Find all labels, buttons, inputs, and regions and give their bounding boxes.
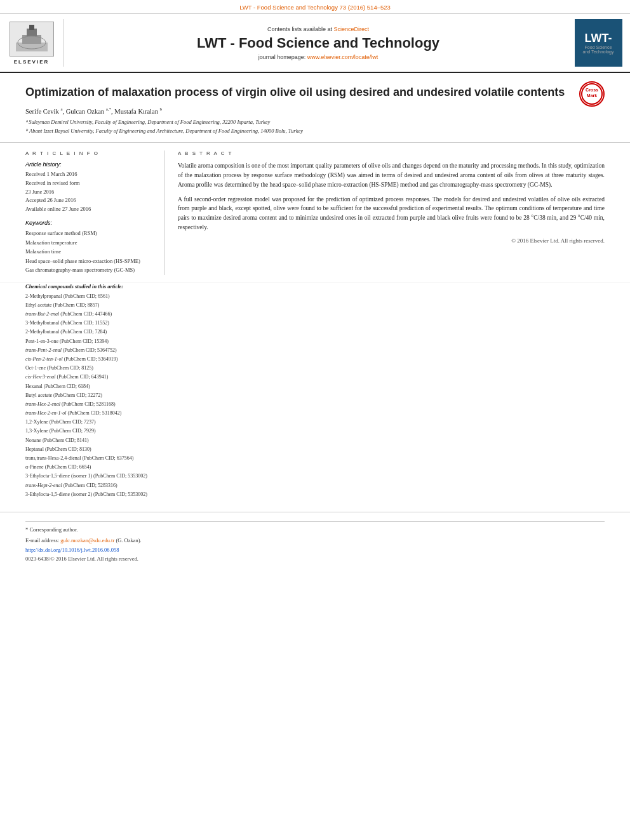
article-info-heading: A R T I C L E I N F O [25,150,156,156]
chemical-compound-17: Heptanal (PubChem CID; 8130) [25,445,605,453]
chemical-compound-22: 3-Ethylocta-1,5-diene (isomer 2) (PubChe… [25,490,605,498]
chemical-compound-19: α-Pinene (PubChem CID; 6654) [25,463,605,471]
chemical-compound-20: 3-Ethylocta-1,5-diene (isomer 1) (PubChe… [25,472,605,480]
homepage-text: journal homepage: [258,54,307,60]
chemical-compound-1: Ethyl acetate (PubChem CID; 8857) [25,301,605,309]
sup-b: b [160,107,163,112]
chemical-compound-18: trans,trans-Hexa-2,4-dienal (PubChem CID… [25,454,605,462]
keyword-1: Response surface method (RSM) [25,229,156,237]
homepage-link[interactable]: www.elsevier.com/locate/lwt [307,54,379,60]
elsevier-tree-icon [10,22,54,57]
received-date: Received 1 March 2016 [25,170,156,179]
keywords-heading: Keywords: [25,220,156,226]
chemical-compound-0: 2-Methylpropanal (PubChem CID; 6561) [25,292,605,300]
article-title-section: Optimization of malaxation process of vi… [0,73,630,143]
elsevier-label: ELSEVIER [14,59,50,65]
email-link[interactable]: gulc.mozkan@sdu.edu.tr [60,537,114,543]
journal-header: ELSEVIER Contents lists available at Sci… [0,14,630,73]
science-direct-link[interactable]: ScienceDirect [334,26,370,32]
chemicals-section: Chemical compounds studied in this artic… [0,283,630,505]
keyword-2: Malaxation temperature [25,238,156,247]
copyright-line: © 2016 Elsevier Ltd. All rights reserved… [178,237,605,244]
footer-divider [25,521,605,522]
affiliations: ᵃ Suleyman Demirel University, Faculty o… [25,119,605,135]
article-history: Article history: Received 1 March 2016 R… [25,161,156,213]
corresponding-author-note: * Corresponding author. [25,526,605,534]
doi-line: http://dx.doi.org/10.1016/j.lwt.2016.06.… [25,547,605,553]
chemical-compound-11: Butyl acetate (PubChem CID; 32272) [25,391,605,399]
chemical-compound-10: Hexanal (PubChem CID; 6184) [25,382,605,390]
chemical-compound-9: cis-Hex-3-enal (PubChem CID; 643941) [25,373,605,381]
abstract-paragraph-1: Volatile aroma composition is one of the… [178,161,605,189]
chemical-compound-13: trans-Hex-2-en-1-ol (PubChem CID; 531804… [25,409,605,417]
crossmark-badge: Cross Mark [579,81,605,107]
received-revised-date: 23 June 2016 [25,188,156,197]
chemical-compound-8: Oct-1-ene (PubChem CID; 8125) [25,364,605,372]
issn-line: 0023-6438/© 2016 Elsevier Ltd. All right… [25,556,605,562]
keyword-3: Malaxation time [25,247,156,256]
doi-link[interactable]: http://dx.doi.org/10.1016/j.lwt.2016.06.… [25,547,119,553]
lwt-logo-box: LWT- Food Scienceand Technology [575,19,622,67]
svg-rect-0 [16,43,48,51]
affiliation-a: ᵃ Suleyman Demirel University, Faculty o… [25,119,605,126]
chemical-compound-16: Nonane (PubChem CID; 8141) [25,436,605,444]
lwt-logo-text: LWT- [585,32,612,45]
chemical-compound-14: 1,2-Xylene (PubChem CID; 7237) [25,418,605,426]
chemicals-list: 2-Methylpropanal (PubChem CID; 6561)Ethy… [25,292,605,499]
author-sep1: , Gulcan Ozkan [63,108,106,115]
svg-text:Cross: Cross [586,88,598,92]
crossmark-circle: Cross Mark [579,81,605,107]
chemical-compound-21: trans-Hept-2-enal (PubChem CID; 5283316) [25,481,605,490]
corresponding-label: * Corresponding author. [25,526,77,533]
svg-text:Mark: Mark [587,93,597,98]
two-col-section: A R T I C L E I N F O Article history: R… [0,143,630,283]
abstract-heading: A B S T R A C T [178,150,605,156]
chemical-compound-12: trans-Hex-2-enal (PubChem CID; 5281168) [25,400,605,408]
author-sep2: , Mustafa Kıralan [111,108,159,115]
abstract-paragraph-2: A full second-order regression model was… [178,195,605,232]
abstract-column: A B S T R A C T Volatile aroma compositi… [178,150,605,274]
footer-section: * Corresponding author. E-mail address: … [0,512,630,568]
contents-available-text: Contents lists available at [267,26,334,32]
authors-line: Serife Cevik a, Gulcan Ozkan a,*, Mustaf… [25,107,605,115]
journal-title: LWT - Food Science and Technology [197,35,439,51]
chemical-compound-5: Pent-1-en-3-one (PubChem CID; 15394) [25,337,605,345]
chemical-compound-2: trans-But-2-enal (PubChem CID; 447466) [25,310,605,318]
email-note: E-mail address: gulc.mozkan@sdu.edu.tr (… [25,537,605,545]
journal-center: Contents lists available at ScienceDirec… [70,19,566,67]
abstract-section: Volatile aroma composition is one of the… [178,161,605,243]
affiliation-b: ᵇ Abant Izzet Baysal University, Faculty… [25,128,605,135]
chemical-compound-6: trans-Pent-2-enal (PubChem CID; 5364752) [25,346,605,354]
received-revised-label: Received in revised form [25,179,156,188]
chemicals-heading: Chemical compounds studied in this artic… [25,283,605,290]
email-suffix: (G. Ozkan). [116,537,141,543]
chemical-compound-3: 3-Methylbutanal (PubChem CID; 11552) [25,319,605,327]
svg-rect-3 [29,25,34,30]
email-label: E-mail address: [25,537,60,543]
author-serife: Serife Cevik [25,108,60,115]
journal-logo-right: LWT- Food Scienceand Technology [573,19,624,67]
available-date: Available online 27 June 2016 [25,205,156,214]
keywords-section: Keywords: Response surface method (RSM) … [25,220,156,274]
article-title: Optimization of malaxation process of vi… [25,84,573,100]
keyword-5: Gas chromatography-mass spectrometry (GC… [25,265,156,274]
science-direct-line: Contents lists available at ScienceDirec… [267,26,369,32]
accepted-date: Accepted 26 June 2016 [25,196,156,205]
article-info-column: A R T I C L E I N F O Article history: R… [25,150,165,274]
history-heading: Article history: [25,161,156,168]
chemical-compound-15: 1,3-Xylene (PubChem CID; 7929) [25,427,605,435]
top-banner: LWT - Food Science and Technology 73 (20… [0,0,630,14]
chemical-compound-4: 2-Methylbutanal (PubChem CID; 7284) [25,328,605,336]
lwt-logo-subtitle: Food Scienceand Technology [582,45,615,54]
journal-ref-link[interactable]: LWT - Food Science and Technology 73 (20… [239,4,391,11]
elsevier-logo: ELSEVIER [6,19,64,67]
chemical-compound-7: cis-Pen-2-ten-1-ol (PubChem CID; 5364919… [25,355,605,363]
keyword-4: Head space–solid phase micro-extaction (… [25,257,156,265]
journal-homepage-line: journal homepage: www.elsevier.com/locat… [258,54,379,60]
